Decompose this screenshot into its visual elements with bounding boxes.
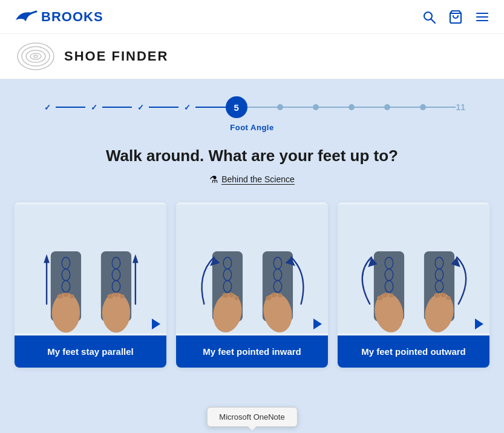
step-line-5 bbox=[247, 107, 277, 108]
option-card-parallel[interactable]: My feet stay parallel bbox=[15, 202, 166, 368]
step-line-2 bbox=[102, 107, 132, 108]
progress-step-3: ✓ bbox=[132, 99, 149, 116]
svg-point-21 bbox=[120, 294, 125, 299]
menu-icon[interactable] bbox=[475, 10, 489, 24]
play-button-parallel[interactable] bbox=[152, 319, 160, 329]
step-line-1 bbox=[56, 107, 85, 108]
progress-label: Foot Angle bbox=[15, 123, 489, 132]
card-image-outward bbox=[338, 202, 489, 335]
progress-step-5: 5 bbox=[226, 96, 247, 118]
main-content: ✓ ✓ ✓ ✓ 5 11 Foot Angle Wal bbox=[0, 79, 504, 433]
beaker-icon: ⚗ bbox=[209, 174, 218, 185]
search-icon[interactable] bbox=[422, 10, 436, 24]
svg-point-14 bbox=[52, 293, 80, 333]
step-line-8 bbox=[355, 107, 384, 108]
play-button-outward[interactable] bbox=[475, 319, 483, 329]
progress-step-4: ✓ bbox=[178, 99, 195, 116]
brooks-swoosh-icon bbox=[15, 8, 39, 26]
step-line-4 bbox=[195, 107, 225, 108]
svg-point-18 bbox=[70, 294, 74, 299]
step-line-3 bbox=[149, 107, 178, 108]
science-link[interactable]: Behind the Science bbox=[221, 174, 295, 185]
progress-step-2: ✓ bbox=[85, 99, 102, 116]
progress-dot-8 bbox=[349, 104, 355, 110]
step-line-10 bbox=[426, 107, 456, 108]
science-link-area: ⚗ Behind the Science bbox=[15, 174, 489, 185]
tooltip-text: Microsoft OneNote bbox=[219, 412, 284, 421]
card-label-inward: My feet pointed inward bbox=[176, 335, 328, 368]
card-image-parallel bbox=[15, 202, 166, 335]
progress-bar: ✓ ✓ ✓ ✓ 5 11 bbox=[15, 96, 489, 118]
bag-icon[interactable] bbox=[448, 10, 463, 24]
svg-line-1 bbox=[431, 19, 436, 23]
step-line-7 bbox=[319, 107, 349, 108]
svg-point-16 bbox=[57, 294, 63, 299]
card-label-parallel: My feet stay parallel bbox=[15, 335, 166, 368]
svg-point-9 bbox=[30, 53, 41, 59]
svg-point-17 bbox=[63, 293, 69, 297]
question-title: Walk around. What are your feet up to? bbox=[15, 147, 489, 165]
foot-illustration-inward bbox=[176, 202, 328, 335]
svg-rect-11 bbox=[15, 205, 166, 333]
svg-point-19 bbox=[107, 294, 113, 299]
svg-rect-51 bbox=[338, 205, 489, 333]
svg-point-8 bbox=[26, 50, 45, 62]
progress-step-1: ✓ bbox=[39, 99, 56, 116]
option-card-inward[interactable]: My feet pointed inward bbox=[176, 202, 328, 368]
progress-dot-9 bbox=[384, 104, 390, 110]
progress-dot-10 bbox=[420, 104, 426, 110]
svg-point-10 bbox=[34, 55, 38, 58]
header-icons bbox=[422, 10, 489, 24]
svg-point-15 bbox=[102, 293, 130, 333]
logo-text: BROOKS bbox=[41, 9, 103, 25]
card-label-outward: My feet pointed outward bbox=[338, 335, 489, 368]
card-image-inward bbox=[176, 202, 328, 335]
svg-rect-32 bbox=[176, 205, 328, 333]
svg-point-20 bbox=[113, 293, 119, 297]
step-line-6 bbox=[283, 107, 313, 108]
foot-illustration-outward bbox=[338, 202, 489, 335]
logo-area: BROOKS bbox=[15, 8, 103, 26]
step-line-9 bbox=[390, 107, 420, 108]
tooltip-popup: Microsoft OneNote bbox=[206, 407, 297, 427]
fingerprint-icon bbox=[15, 41, 57, 71]
option-card-outward[interactable]: My feet pointed outward bbox=[338, 202, 489, 368]
progress-dot-6 bbox=[277, 104, 283, 110]
progress-dot-7 bbox=[313, 104, 319, 110]
header: BROOKS bbox=[0, 0, 504, 34]
foot-illustration-parallel bbox=[15, 202, 166, 335]
progress-last-step: 11 bbox=[456, 102, 465, 112]
cards-container: My feet stay parallel bbox=[15, 202, 489, 368]
shoe-finder-title: SHOE FINDER bbox=[64, 48, 168, 64]
play-button-inward[interactable] bbox=[313, 319, 322, 329]
shoe-finder-banner: SHOE FINDER bbox=[0, 34, 504, 79]
